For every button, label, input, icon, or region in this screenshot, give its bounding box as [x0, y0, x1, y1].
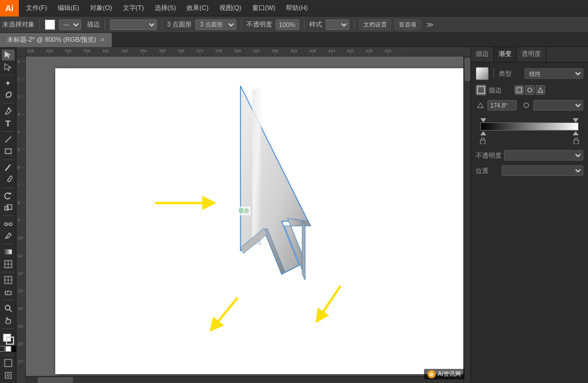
artboard: 组合: [55, 68, 467, 374]
zoom-tool[interactable]: [2, 303, 15, 314]
panel-tab-stroke[interactable]: 描边: [471, 47, 494, 62]
svg-line-12: [5, 237, 6, 239]
menu-object[interactable]: 对象(O): [85, 2, 117, 14]
svg-text:348: 348: [121, 49, 128, 53]
gradient-bar[interactable]: [480, 122, 579, 131]
gradient-stop-left[interactable]: [480, 131, 486, 135]
cursor-illustration: [126, 80, 408, 345]
paintbrush-tool[interactable]: [2, 162, 15, 174]
prefs-button[interactable]: 首选项: [395, 19, 420, 30]
svg-point-180: [524, 103, 529, 108]
gradient-type-swatch[interactable]: [476, 67, 489, 80]
menu-file[interactable]: 文件(F): [21, 2, 52, 14]
options-expand-icon[interactable]: ≫: [426, 21, 434, 29]
gradient-handle-right-top[interactable]: [573, 118, 579, 122]
svg-line-23: [9, 309, 12, 312]
gradient-handle-left-top[interactable]: [480, 118, 486, 122]
scroll-thumb-h[interactable]: [38, 377, 73, 383]
doc-setup-button[interactable]: 文档设置: [359, 19, 391, 30]
gradient-type-select[interactable]: 线性: [524, 68, 583, 79]
opacity-value-box[interactable]: 100%: [276, 19, 299, 30]
selection-tool[interactable]: [2, 49, 15, 61]
menu-view[interactable]: 视图(Q): [215, 2, 246, 14]
stroke-gradient-box[interactable]: [476, 85, 486, 95]
tool-divider-5: [2, 188, 14, 188]
svg-text:402: 402: [290, 49, 298, 53]
white-color[interactable]: [5, 346, 11, 352]
ruler-v-svg: 01234567891011121314151617: [16, 56, 26, 383]
tab-close-button[interactable]: ✕: [100, 36, 105, 43]
eraser-tool[interactable]: [2, 287, 15, 298]
menu-edit[interactable]: 编辑(E): [53, 2, 84, 14]
scroll-thumb-v[interactable]: [465, 58, 470, 81]
gradient-slider-container: [478, 118, 581, 144]
svg-rect-181: [480, 140, 485, 144]
scroll-right[interactable]: [463, 56, 470, 383]
angle-row: 174.8°: [476, 100, 583, 111]
gradient-tool[interactable]: [2, 247, 15, 258]
gradient-bottom-handles: [478, 131, 581, 136]
stroke-btn-3[interactable]: [536, 85, 545, 95]
location-panel-label: 位置: [476, 166, 499, 175]
fill-color-box[interactable]: [45, 19, 55, 30]
direct-selection-tool[interactable]: [2, 62, 15, 73]
svg-text:2: 2: [18, 95, 20, 99]
magic-wand-tool[interactable]: ✦: [2, 78, 15, 89]
angle-value-box[interactable]: 174.8°: [487, 100, 517, 111]
svg-text:324: 324: [46, 49, 53, 53]
eyedropper-tool[interactable]: [2, 231, 15, 242]
main-area: ✦ T: [0, 47, 588, 383]
svg-text:12: 12: [18, 271, 22, 275]
svg-text:378: 378: [215, 49, 222, 53]
menu-window[interactable]: 窗口(W): [248, 2, 280, 14]
type-divider: [493, 68, 494, 79]
panel-tab-gradient[interactable]: 渐变: [494, 47, 517, 62]
none-color[interactable]: [0, 346, 5, 352]
document-tab[interactable]: 未标题-2* @ 800% (RGB/预览) ✕: [0, 33, 112, 47]
gradient-stop-right[interactable]: [573, 131, 579, 135]
menu-type[interactable]: 文字(T): [118, 2, 149, 14]
lock-icon-left[interactable]: [479, 137, 486, 144]
opacity-panel-select[interactable]: [504, 150, 583, 161]
slice-tool[interactable]: [2, 275, 15, 286]
scroll-bottom[interactable]: [26, 376, 463, 383]
mesh-tool[interactable]: [2, 259, 15, 270]
svg-point-179: [528, 88, 532, 92]
lock-icon-right[interactable]: [573, 137, 580, 144]
screen-mode-button[interactable]: [2, 358, 15, 369]
title-bar: Ai 文件(F) 编辑(E) 对象(O) 文字(T) 选择(S) 效果(C) 视…: [0, 0, 588, 16]
style-label: 样式: [309, 20, 322, 29]
menu-effect[interactable]: 效果(C): [182, 2, 213, 14]
svg-text:432: 432: [385, 49, 392, 53]
io-select[interactable]: [533, 100, 583, 111]
svg-text:360: 360: [159, 49, 166, 53]
menu-help[interactable]: 帮助(H): [281, 2, 312, 14]
svg-text:15: 15: [18, 324, 22, 328]
stroke-btn-2[interactable]: [525, 85, 534, 95]
lasso-tool[interactable]: [2, 89, 15, 101]
shape-select[interactable]: 3 点圆形: [195, 19, 236, 30]
stroke-swatch[interactable]: [6, 337, 14, 345]
ruler-horizontal: 3183243303363423483543603663723783843903…: [16, 47, 470, 56]
canvas[interactable]: 组合: [26, 56, 470, 383]
menu-select[interactable]: 选择(S): [150, 2, 181, 14]
rotate-tool[interactable]: [2, 190, 15, 201]
style-select[interactable]: [326, 19, 349, 30]
hand-tool[interactable]: [2, 315, 15, 326]
rect-tool[interactable]: [2, 146, 15, 157]
blend-tool[interactable]: [2, 218, 15, 229]
stroke-style-select[interactable]: [110, 19, 157, 30]
svg-text:1: 1: [18, 77, 20, 81]
svg-text:4: 4: [18, 130, 20, 134]
location-panel-select[interactable]: [502, 165, 583, 176]
stroke-select[interactable]: —: [59, 19, 81, 30]
artboard-tool[interactable]: [2, 370, 15, 381]
pencil-tool[interactable]: [2, 174, 15, 185]
line-tool[interactable]: [2, 134, 15, 145]
type-tool[interactable]: T: [2, 118, 15, 129]
scale-tool[interactable]: [2, 202, 15, 214]
svg-rect-4: [5, 149, 11, 154]
stroke-btn-1[interactable]: [514, 85, 524, 95]
panel-tab-opacity[interactable]: 透明度: [517, 47, 546, 62]
pen-tool[interactable]: [2, 106, 15, 117]
